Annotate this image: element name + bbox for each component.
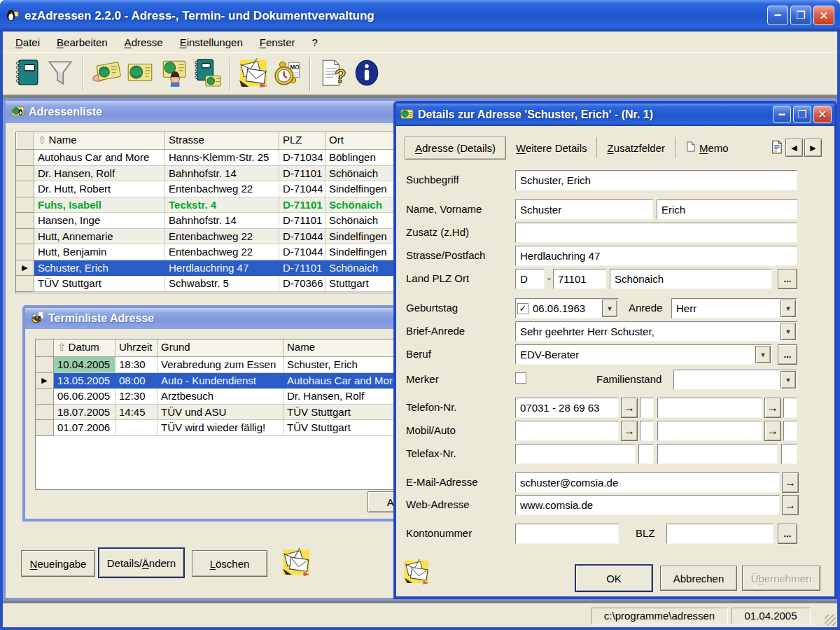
telefax2-input[interactable] [657,444,778,464]
table-row[interactable]: Dr. Hutt, RobertEntenbachweg 22D-71044Si… [16,181,436,197]
column-header[interactable]: Strasse [165,132,279,150]
tab-adresse-details-[interactable]: Adresse (Details) [405,136,506,160]
brief-anrede-combo[interactable]: Sehr geehrter Herr Schuster, ▼ [515,321,797,342]
card-contact-toolbar-button[interactable] [157,57,190,92]
table-row[interactable]: Hutt, BenjaminEntenbachweg 22D-71044Sind… [16,244,436,260]
address-book-toolbar-button[interactable] [10,57,43,92]
menu-adresse[interactable]: Adresse [118,34,170,50]
telefax1-ext-input[interactable] [638,444,654,464]
mobil1-dial-button[interactable]: → [621,421,638,441]
plz-input[interactable] [553,269,606,289]
telefon2-input[interactable] [657,398,762,418]
column-header[interactable]: Grund [158,340,284,357]
minimize-button[interactable]: ━ [767,6,788,25]
next-record-button[interactable]: ▶ [804,139,822,157]
mobil1-ext-input[interactable] [640,421,654,441]
vorname-input[interactable] [657,200,797,220]
abbrechen-button[interactable]: Abbrechen [660,566,737,591]
mobil2-ext-input[interactable] [783,421,797,441]
mail-toolbar-button[interactable] [237,57,270,92]
column-header[interactable]: ⇧Name [34,132,165,150]
name-input[interactable] [515,200,653,220]
web-input[interactable] [515,495,780,515]
loeschen-button[interactable]: Löschen [192,550,267,577]
table-row[interactable]: 01.07.2006TÜV wird wieder fällig!TÜV Stu… [36,420,451,436]
prev-record-button[interactable]: ◀ [785,139,803,157]
blz-lookup-button[interactable]: ... [778,524,797,544]
email-open-button[interactable]: → [782,472,799,493]
neueingabe-button[interactable]: Neueingabe [21,550,95,577]
familienstand-combo[interactable]: ▼ [673,370,797,390]
blz-input[interactable] [666,524,774,544]
table-row[interactable]: 06.06.200512:30ArztbesuchDr. Hansen, Rol… [36,388,451,405]
dialog-minimize-button[interactable]: ━ [773,106,791,123]
brief-anrede-dropdown-icon[interactable]: ▼ [780,323,796,340]
beruf-combo[interactable]: EDV-Berater ▼ [515,344,772,365]
table-row[interactable]: Fuhs, IsabellTeckstr. 4D-71101Schönaich [16,197,436,214]
table-row[interactable]: ▶Schuster, ErichHerdlauchring 47D-71101S… [16,260,436,276]
menu-help[interactable]: ? [305,34,325,50]
help-document-toolbar-button[interactable]: ? [316,57,350,92]
dialog-titlebar[interactable]: Details zur Adresse 'Schuster, Erich' - … [396,104,834,126]
tab-memo[interactable]: Memo [676,137,738,158]
telefon1-dial-button[interactable]: → [621,398,638,418]
beruf-dropdown-icon[interactable]: ▼ [755,346,771,363]
column-header[interactable]: PLZ [279,132,326,150]
resize-grip[interactable] [825,615,836,626]
table-row[interactable]: Hutt, AnnemarieEntenbachweg 22D-71044Sin… [16,229,436,245]
close-button[interactable]: ✕ [813,6,834,25]
send-card-toolbar-button[interactable] [90,57,123,92]
strasse-input[interactable] [515,246,797,266]
mail-merge-icon[interactable] [281,546,311,577]
dialog-maximize-button[interactable]: ❐ [793,106,811,123]
telefax1-input[interactable] [515,444,636,464]
book-card-toolbar-button[interactable] [190,57,224,92]
menu-datei[interactable]: Datei [8,34,47,50]
menu-bearbeiten[interactable]: Bearbeiten [50,34,115,50]
telefon1-input[interactable] [515,398,619,418]
card-globe-toolbar-button[interactable] [123,57,157,92]
geburtstag-dropdown-icon[interactable]: ▼ [602,300,617,317]
menu-einstellungen[interactable]: Einstellungen [173,34,250,50]
table-row[interactable]: 18.07.200514:45TÜV und ASUTÜV Stuttgart [36,405,451,421]
table-row[interactable]: Hansen, IngeBahnhofstr. 14D-71101Schönai… [16,213,436,229]
anrede-dropdown-icon[interactable]: ▼ [780,300,796,317]
uebernehmen-button[interactable]: Übernehmen [742,566,820,591]
email-input[interactable] [515,472,780,493]
kontonummer-input[interactable] [515,524,619,544]
table-row[interactable]: ▶13.05.200508:00Auto - KundendienstAutoh… [36,373,451,389]
mobil2-input[interactable] [657,421,762,441]
table-row[interactable]: 10.04.200518:30Verabredung zum EssenSchu… [36,357,451,373]
reminder-clock-toolbar-button[interactable]: MO [270,57,304,92]
details-aendern-button[interactable]: Details/Ändern [98,547,185,578]
tab-zusatzfelder[interactable]: Zusatzfelder [597,137,676,158]
table-row[interactable]: Autohaus Car and MoreHanns-Klemm-Str. 25… [16,150,436,166]
land-input[interactable] [515,269,545,289]
zusatz-input[interactable] [515,223,797,243]
web-open-button[interactable]: → [782,495,799,515]
maximize-button[interactable]: ❐ [790,6,811,25]
ort-lookup-button[interactable]: ... [778,269,797,289]
telefon2-dial-button[interactable]: → [764,398,781,418]
ok-button[interactable]: OK [575,564,653,592]
mobil1-input[interactable] [515,421,619,441]
dialog-close-button[interactable]: ✕ [813,106,832,123]
ort-input[interactable] [610,269,772,289]
menu-fenster[interactable]: Fenster [253,34,302,50]
dialog-mail-icon[interactable] [403,557,430,587]
geburtstag-combo[interactable]: ✓ 06.06.1963 ▼ [515,298,619,318]
tab-weitere-details[interactable]: Weitere Details [506,137,597,158]
telefon1-ext-input[interactable] [640,398,654,418]
beruf-lookup-button[interactable]: ... [778,344,797,365]
telefon2-ext-input[interactable] [783,398,797,418]
geburtstag-checkbox[interactable]: ✓ [517,303,528,314]
column-header[interactable]: Uhrzeit [115,340,158,357]
anrede-combo[interactable]: Herr ▼ [671,298,797,318]
table-row[interactable]: TÜV StuttgartSchwabstr. 5D-70366Stuttgar… [16,276,436,292]
mobil2-dial-button[interactable]: → [764,421,781,441]
info-toolbar-button[interactable] [350,57,384,92]
merker-checkbox[interactable] [515,372,526,384]
filter-toolbar-button[interactable] [43,57,77,92]
table-row[interactable]: Dr. Hansen, RolfBahnhofstr. 14D-71101Sch… [16,166,436,182]
report-page-icon[interactable] [770,140,784,156]
